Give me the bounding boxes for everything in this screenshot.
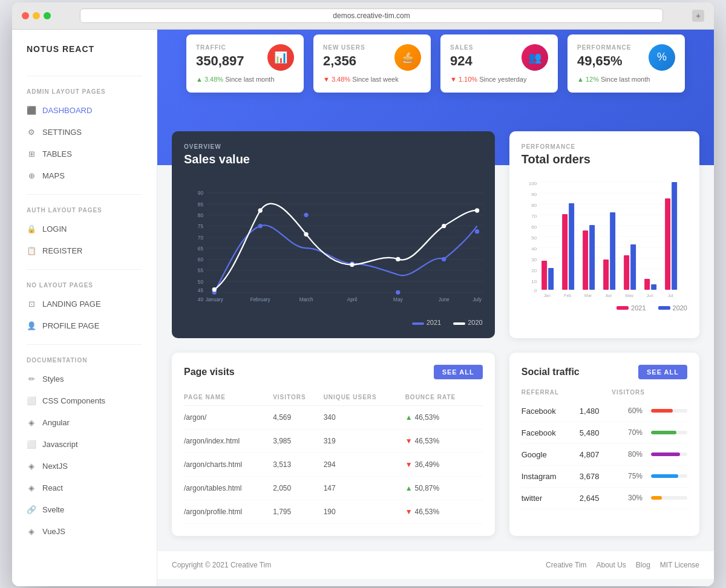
stat-card-header-performance: PERFORMANCE 49,65% % <box>577 44 675 71</box>
perf-legend-2021-dot <box>616 306 629 310</box>
stat-change-performance: ▲ 12% <box>577 76 599 83</box>
svg-text:80: 80 <box>531 203 537 208</box>
footer-link-creative-tim[interactable]: Creative Tim <box>546 561 586 569</box>
social-row: Facebook 5,480 70% <box>522 422 687 444</box>
sidebar-label-landing: LANDING PAGE <box>42 299 101 309</box>
svg-rect-75 <box>644 279 650 290</box>
table-row: /argon/profile.html 1,795 190 ▼46,53% <box>184 500 483 523</box>
tables-row: Page visits SEE ALL PAGE NAME VISITORS U… <box>172 353 699 536</box>
stat-value-sales: 924 <box>450 53 473 69</box>
sidebar-item-nextjs[interactable]: ◈NextJS <box>12 456 157 477</box>
sidebar-label-profile: PROFILE PAGE <box>42 321 99 330</box>
sidebar-icon-register: 📋 <box>27 246 36 256</box>
cell-visitors: 1,795 <box>273 500 323 523</box>
browser-window: demos.creative-tim.com + NOTUS REACT ADM… <box>12 2 714 586</box>
maximize-button[interactable] <box>44 12 51 19</box>
svg-rect-76 <box>651 284 656 290</box>
stat-label-sales: SALES <box>450 44 473 51</box>
sidebar-label-tables: TABLES <box>42 149 72 158</box>
svg-text:40: 40 <box>198 296 204 302</box>
progress-bar <box>651 409 673 413</box>
cell-visitors: 4,569 <box>273 405 323 429</box>
social-row: Google 4,807 80% <box>522 444 687 466</box>
social-visitors: 3,678 <box>580 472 628 481</box>
sales-chart: 90 85 80 75 70 65 60 55 50 45 40 <box>184 176 483 309</box>
svg-rect-67 <box>562 214 567 290</box>
sidebar-label-svelte: Svelte <box>42 505 64 514</box>
sidebar-icon-styles: ✏ <box>27 374 36 384</box>
svg-text:45: 45 <box>198 288 204 293</box>
social-name: Facebook <box>522 407 580 416</box>
stat-change-new-users: ▼ 3.48% <box>323 76 350 83</box>
sidebar-item-react[interactable]: ◈React <box>12 477 157 499</box>
svg-text:May: May <box>393 296 403 302</box>
sidebar-item-styles[interactable]: ✏Styles <box>12 368 157 390</box>
sidebar-section-label: NO LAYOUT PAGES <box>12 277 157 293</box>
bounce-arrow-up: ▲ <box>405 484 413 492</box>
cell-unique: 147 <box>324 476 405 500</box>
social-progress-group: 80% <box>628 450 687 459</box>
cell-bounce: ▼46,53% <box>405 429 483 452</box>
perf-legend-2021-label: 2021 <box>631 304 646 312</box>
sidebar-item-svelte[interactable]: 🔗Svelte <box>12 499 157 521</box>
footer-links: Creative Tim About Us Blog MIT License <box>546 561 699 569</box>
svg-text:June: June <box>439 296 450 302</box>
sidebar-item-css[interactable]: ⬜CSS Components <box>12 390 157 412</box>
sidebar-item-register[interactable]: 📋REGISTER <box>12 240 157 262</box>
overview-title: Sales value <box>184 152 483 166</box>
svg-point-30 <box>258 208 263 212</box>
svg-text:0: 0 <box>534 288 537 293</box>
stat-icon-traffic: 📊 <box>267 44 294 71</box>
stat-card-header-new-users: NEW USERS 2,356 🥧 <box>323 44 421 71</box>
footer-copyright: Copyright © 2021 Creative Tim <box>172 561 271 569</box>
social-progress-group: 75% <box>628 472 687 480</box>
browser-toolbar: demos.creative-tim.com + <box>12 2 714 30</box>
perf-legend-2020-label: 2020 <box>673 304 687 312</box>
progress-bar-container <box>651 452 687 456</box>
stat-card-performance: PERFORMANCE 49,65% % ▲ 12% Since last mo… <box>567 34 685 93</box>
social-name: Google <box>522 450 580 459</box>
svg-text:20: 20 <box>531 268 537 273</box>
sidebar-item-landing[interactable]: ⊡LANDING PAGE <box>12 293 157 315</box>
social-name: Facebook <box>522 428 580 437</box>
svg-text:70: 70 <box>198 235 204 240</box>
page-visits-see-all-button[interactable]: SEE ALL <box>434 365 483 379</box>
svg-rect-77 <box>665 198 670 290</box>
stat-label-traffic: TRAFFIC <box>196 44 244 51</box>
performance-title: Total orders <box>522 152 687 166</box>
cell-page: /argon/ <box>184 405 273 429</box>
social-pct: 60% <box>628 407 643 415</box>
sidebar-item-tables[interactable]: ⊞TABLES <box>12 143 157 165</box>
col-unique-users: UNIQUE USERS <box>324 389 405 406</box>
footer-link-blog[interactable]: Blog <box>636 561 650 569</box>
url-bar[interactable]: demos.creative-tim.com <box>80 8 663 23</box>
sidebar-item-vuejs[interactable]: ◈VueJS <box>12 521 157 543</box>
sidebar-icon-settings: ⚙ <box>27 128 36 137</box>
sidebar-icon-css: ⬜ <box>27 396 36 406</box>
sidebar-label-login: LOGIN <box>42 224 67 234</box>
sidebar-label-maps: MAPS <box>42 171 65 180</box>
new-tab-button[interactable]: + <box>692 10 704 22</box>
sidebar-item-login[interactable]: 🔒LOGIN <box>12 218 157 240</box>
svg-text:Jan: Jan <box>543 293 550 297</box>
social-see-all-button[interactable]: SEE ALL <box>638 365 687 379</box>
social-name: twitter <box>522 494 580 503</box>
footer-link-mit[interactable]: MIT License <box>660 561 699 569</box>
legend-2020-dot <box>453 322 465 325</box>
sidebar-label-register: REGISTER <box>42 246 82 255</box>
sidebar-item-dashboard[interactable]: ⬛DASHBOARD <box>12 100 157 122</box>
sidebar-item-javascript[interactable]: ⬜Javascript <box>12 434 157 456</box>
sidebar-item-profile[interactable]: 👤PROFILE PAGE <box>12 315 157 337</box>
social-visitors: 4,807 <box>580 450 628 459</box>
sidebar-item-angular[interactable]: ◈Angular <box>12 412 157 434</box>
sidebar-item-settings[interactable]: ⚙SETTINGS <box>12 122 157 143</box>
svg-text:February: February <box>250 296 271 302</box>
footer-link-about[interactable]: About Us <box>596 561 626 569</box>
stat-change-text-performance: Since last month <box>601 76 650 83</box>
minimize-button[interactable] <box>33 12 40 19</box>
close-button[interactable] <box>22 12 29 19</box>
sidebar-icon-login: 🔒 <box>27 224 36 234</box>
sidebar-item-maps[interactable]: ⊕MAPS <box>12 165 157 187</box>
sidebar-icon-react: ◈ <box>27 483 36 493</box>
line-2020 <box>214 203 477 289</box>
